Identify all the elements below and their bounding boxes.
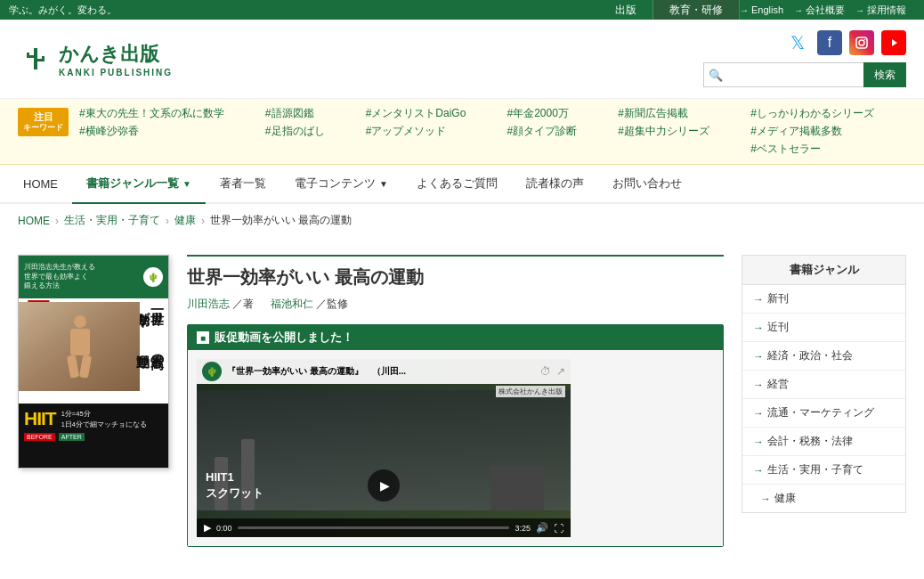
author1-link[interactable]: 川田浩志 (187, 298, 230, 310)
sidebar-item-label: 流通・マーケティング (767, 405, 874, 420)
facebook-icon[interactable]: f (817, 30, 842, 55)
sidebar-item-label: 近刊 (767, 320, 789, 335)
youtube-icon[interactable] (881, 30, 906, 55)
promo-video-container: 🌵 『世界一効率がいい 最高の運動』 （川田... ⏱ ↗ 株式会社かんき出版 … (188, 350, 723, 546)
svg-point-7 (859, 40, 864, 45)
keyword-item[interactable] (265, 142, 357, 157)
search-area: 🔍 検索 (703, 62, 906, 87)
arrow-icon: → (760, 493, 771, 505)
breadcrumb-current: 世界一効率がいい 最高の運動 (210, 213, 352, 228)
search-button[interactable]: 検索 (863, 62, 906, 87)
link-about[interactable]: → 会社概要 (794, 4, 845, 17)
sidebar-item-marketing[interactable]: → 流通・マーケティング (742, 399, 905, 428)
keyword-item[interactable]: #新聞広告掲載 (618, 106, 742, 121)
main-nav: HOME 書籍ジャンル一覧 ▼ 著者一覧 電子コンテンツ ▼ よくあるご質問 読… (0, 165, 924, 204)
author1-role: ／著 (232, 298, 254, 310)
author2-link[interactable]: 福池和仁 (271, 298, 313, 310)
sidebar-item-label: 経済・政治・社会 (767, 348, 853, 363)
keyword-item[interactable]: #ベストセラー (750, 142, 906, 157)
sidebar-item-management[interactable]: → 経営 (742, 371, 905, 399)
sidebar-item-economics[interactable]: → 経済・政治・社会 (742, 342, 905, 371)
book-cover-logo: 🌵 (143, 267, 163, 287)
nav-digital[interactable]: 電子コンテンツ ▼ (280, 165, 402, 204)
arrow-icon: → (855, 5, 864, 15)
keywords-grid: #東大の先生！文系の私に数学 #語源図鑑 #メンタリストDaiGo #年金200… (79, 106, 906, 157)
sidebar-item-label: 経営 (767, 377, 789, 392)
nav-contact[interactable]: お問い合わせ (598, 165, 696, 204)
breadcrumb-health[interactable]: 健康 (174, 213, 196, 228)
video-logo: 🌵 (202, 362, 222, 381)
breadcrumb-life[interactable]: 生活・実用・子育て (64, 213, 160, 228)
book-cover-wrap: 川田浩志先生が教える世界で最も効率よく鍛える方法 🌵 世界一効率がいい 最 (18, 255, 169, 547)
sidebar-item-accounting[interactable]: → 会計・税務・法律 (742, 428, 905, 456)
svg-marker-9 (892, 39, 897, 46)
volume-icon[interactable]: 🔊 (536, 522, 548, 534)
fullscreen-icon[interactable]: ⛶ (554, 523, 563, 534)
keyword-item[interactable]: #語源図鑑 (265, 106, 357, 121)
sidebar-item-label: 健康 (774, 491, 796, 506)
search-input[interactable] (703, 62, 863, 87)
social-icons: 𝕏 f (785, 30, 906, 55)
top-bar: 学ぶ。みがく。変わる。 出版 教育・研修 → English → 会社概要 → … (0, 0, 924, 20)
breadcrumb-area: HOME › 生活・実用・子育て › 健康 › 世界一効率がいい 最高の運動 (0, 204, 924, 228)
nav-faq[interactable]: よくあるご質問 (402, 165, 512, 204)
keyword-item[interactable]: #年金2000万 (507, 106, 609, 121)
book-cover: 川田浩志先生が教える世界で最も効率よく鍛える方法 🌵 世界一効率がいい 最 (18, 255, 169, 469)
keyword-item[interactable] (79, 142, 256, 157)
chevron-down-icon: ▼ (379, 179, 388, 189)
breadcrumb-sep: › (166, 215, 169, 227)
arrow-icon: → (740, 5, 749, 15)
nav-genre[interactable]: 書籍ジャンル一覧 ▼ (72, 165, 206, 204)
svg-point-8 (864, 39, 866, 41)
video-thumbnail[interactable]: 🌵 『世界一効率がいい 最高の運動』 （川田... ⏱ ↗ 株式会社かんき出版 … (197, 359, 571, 537)
sidebar-item-new[interactable]: → 新刊 (742, 285, 905, 314)
video-hiit-label: HIIT1スクワット (206, 469, 263, 502)
nav-voices[interactable]: 読者様の声 (512, 165, 598, 204)
keyword-item[interactable]: #横峰沙弥香 (79, 124, 256, 139)
play-pause-icon[interactable]: ▶ (204, 522, 211, 534)
top-right-links: → English → 会社概要 → 採用情報 (740, 4, 915, 17)
sidebar-section-title: 書籍ジャンル (742, 256, 905, 285)
keyword-item[interactable]: #しっかりわかるシリーズ (750, 106, 906, 121)
main-content: 川田浩志先生が教える世界で最も効率よく鍛える方法 🌵 世界一効率がいい 最 (18, 255, 724, 547)
keyword-item[interactable]: #メディア掲載多数 (750, 124, 906, 139)
keyword-item[interactable]: #メンタリストDaiGo (366, 106, 498, 121)
instagram-icon[interactable] (849, 30, 874, 55)
top-tab-publishing[interactable]: 出版 (599, 0, 653, 20)
keyword-item[interactable] (507, 142, 609, 157)
book-main-title: 世界一効率がいい 最高の運動 (187, 265, 724, 290)
breadcrumb-home[interactable]: HOME (18, 215, 50, 227)
book-detail-area: 川田浩志先生が教える世界で最も効率よく鍛える方法 🌵 世界一効率がいい 最 (18, 255, 724, 547)
book-cover-header: 川田浩志先生が教える世界で最も効率よく鍛える方法 🌵 (19, 256, 168, 298)
chevron-down-icon: ▼ (182, 179, 191, 189)
keyword-item[interactable] (618, 142, 742, 157)
keyword-item[interactable]: #超集中力シリーズ (618, 124, 742, 139)
keyword-item[interactable]: #アップメソッド (366, 124, 498, 139)
book-cover-header-text: 川田浩志先生が教える世界で最も効率よく鍛える方法 (24, 263, 95, 291)
video-progress-bar[interactable] (238, 526, 510, 529)
play-button[interactable]: ▶ (368, 469, 400, 502)
keyword-item[interactable] (366, 142, 498, 157)
sidebar-item-lifestyle[interactable]: → 生活・実用・子育て (742, 456, 905, 485)
video-time-icon[interactable]: ⏱ (540, 365, 551, 378)
keywords-bar: 注目 キーワード #東大の先生！文系の私に数学 #語源図鑑 #メンタリストDai… (0, 99, 924, 165)
video-duration: 3:25 (515, 524, 531, 533)
book-cover-bottom: HIIT 1分=45分1日4分で細マッチョになる BEFORE AFTER (19, 404, 168, 468)
link-recruit[interactable]: → 採用情報 (855, 4, 906, 17)
link-english[interactable]: → English (740, 4, 783, 15)
video-time-display: 0:00 (216, 524, 232, 533)
nav-home[interactable]: HOME (9, 167, 72, 203)
sidebar-item-health[interactable]: → 健康 (742, 485, 905, 512)
keyword-item[interactable]: #顔タイプ診断 (507, 124, 609, 139)
logo-text-area: かんき出版 KANKI PUBLISHING (59, 41, 173, 77)
keyword-item[interactable]: #東大の先生！文系の私に数学 (79, 106, 256, 121)
arrow-icon: → (753, 436, 764, 448)
book-cover-image (19, 302, 140, 391)
keyword-item[interactable]: #足指のばし (265, 124, 357, 139)
twitter-icon[interactable]: 𝕏 (785, 30, 810, 55)
top-tab-education[interactable]: 教育・研修 (653, 0, 740, 20)
nav-authors[interactable]: 著者一覧 (206, 165, 280, 204)
sidebar-item-label: 会計・税務・法律 (767, 434, 853, 449)
sidebar-item-upcoming[interactable]: → 近刊 (742, 314, 905, 342)
video-share-btn[interactable]: ↗ (556, 365, 565, 378)
